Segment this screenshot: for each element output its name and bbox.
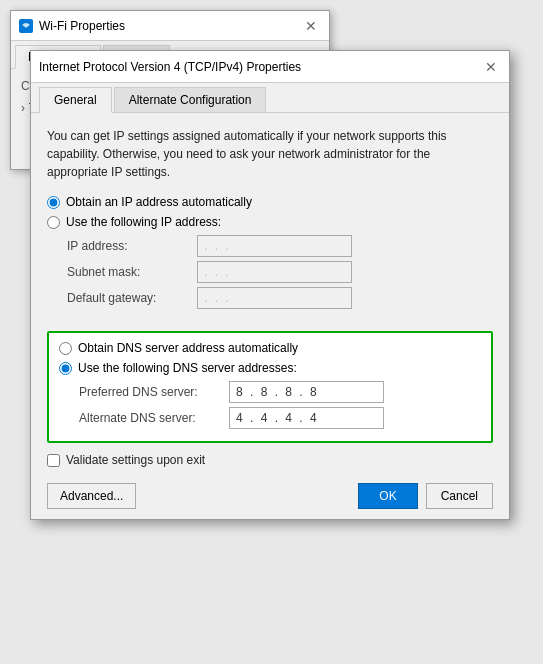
- wifi-titlebar: Wi-Fi Properties ✕: [11, 11, 329, 41]
- ipv4-tabs: General Alternate Configuration: [31, 83, 509, 113]
- dns-radio-group: Obtain DNS server address automatically …: [59, 341, 481, 375]
- ipv4-close-button[interactable]: ✕: [481, 57, 501, 77]
- tab-general[interactable]: General: [39, 87, 112, 113]
- wifi-title: Wi-Fi Properties: [39, 19, 125, 33]
- wifi-close-button[interactable]: ✕: [301, 16, 321, 36]
- ipv4-body: You can get IP settings assigned automat…: [31, 113, 509, 519]
- radio-use-ip-label: Use the following IP address:: [66, 215, 221, 229]
- default-gateway-input[interactable]: . . .: [197, 287, 352, 309]
- wifi-titlebar-left: Wi-Fi Properties: [19, 19, 125, 33]
- dns-section: Obtain DNS server address automatically …: [47, 331, 493, 443]
- ip-radio-group: Obtain an IP address automatically Use t…: [47, 195, 493, 229]
- ok-button[interactable]: OK: [358, 483, 417, 509]
- wifi-close-icon: ✕: [305, 18, 317, 34]
- radio-use-dns[interactable]: [59, 362, 72, 375]
- radio-use-ip-row: Use the following IP address:: [47, 215, 493, 229]
- ipv4-description: You can get IP settings assigned automat…: [47, 127, 493, 181]
- alternate-dns-label: Alternate DNS server:: [79, 411, 229, 425]
- radio-obtain-dns[interactable]: [59, 342, 72, 355]
- preferred-dns-input[interactable]: [229, 381, 384, 403]
- ipv4-titlebar: Internet Protocol Version 4 (TCP/IPv4) P…: [31, 51, 509, 83]
- ip-address-label: IP address:: [67, 239, 197, 253]
- preferred-dns-row: Preferred DNS server:: [59, 381, 481, 403]
- chevron-icon: ›: [21, 101, 25, 115]
- wifi-icon: [19, 19, 33, 33]
- validate-checkbox[interactable]: [47, 454, 60, 467]
- validate-row: Validate settings upon exit: [47, 453, 493, 467]
- radio-obtain-ip[interactable]: [47, 196, 60, 209]
- radio-obtain-ip-label: Obtain an IP address automatically: [66, 195, 252, 209]
- advanced-button[interactable]: Advanced...: [47, 483, 136, 509]
- radio-obtain-ip-row: Obtain an IP address automatically: [47, 195, 493, 209]
- validate-label: Validate settings upon exit: [66, 453, 205, 467]
- alternate-dns-input[interactable]: [229, 407, 384, 429]
- default-gateway-label: Default gateway:: [67, 291, 197, 305]
- button-row: Advanced... OK Cancel: [47, 483, 493, 509]
- tab-alternate-configuration[interactable]: Alternate Configuration: [114, 87, 267, 112]
- radio-use-dns-label: Use the following DNS server addresses:: [78, 361, 297, 375]
- subnet-mask-label: Subnet mask:: [67, 265, 197, 279]
- ipv4-dialog-title: Internet Protocol Version 4 (TCP/IPv4) P…: [39, 60, 301, 74]
- subnet-mask-input[interactable]: . . .: [197, 261, 352, 283]
- radio-obtain-dns-label: Obtain DNS server address automatically: [78, 341, 298, 355]
- ipv4-properties-dialog: Internet Protocol Version 4 (TCP/IPv4) P…: [30, 50, 510, 520]
- ip-address-input[interactable]: . . .: [197, 235, 352, 257]
- radio-use-dns-row: Use the following DNS server addresses:: [59, 361, 481, 375]
- subnet-mask-row: Subnet mask: . . .: [47, 261, 493, 283]
- cancel-button[interactable]: Cancel: [426, 483, 493, 509]
- default-gateway-row: Default gateway: . . .: [47, 287, 493, 309]
- ipv4-close-icon: ✕: [485, 59, 497, 75]
- preferred-dns-label: Preferred DNS server:: [79, 385, 229, 399]
- ip-address-row: IP address: . . .: [47, 235, 493, 257]
- ok-cancel-group: OK Cancel: [358, 483, 493, 509]
- radio-use-ip[interactable]: [47, 216, 60, 229]
- alternate-dns-row: Alternate DNS server:: [59, 407, 481, 429]
- radio-obtain-dns-row: Obtain DNS server address automatically: [59, 341, 481, 355]
